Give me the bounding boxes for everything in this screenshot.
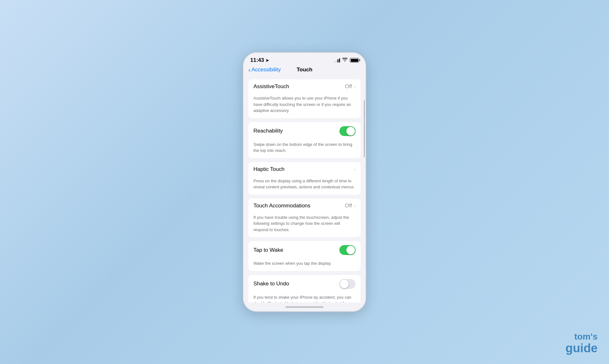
haptic-touch-card: Haptic Touch › Press on the display usin… <box>248 162 361 195</box>
tap-to-wake-card: Tap to Wake Wake the screen when you tap… <box>248 241 361 271</box>
nav-title: Touch <box>297 67 312 73</box>
assistivetouch-card: AssistiveTouch Off › AssistiveTouch allo… <box>248 79 361 118</box>
shake-to-undo-toggle[interactable] <box>339 279 356 289</box>
status-bar: 11:43 ➤ <box>243 53 366 65</box>
shake-to-undo-desc: If you tend to shake your iPhone by acci… <box>248 293 361 303</box>
haptic-touch-right: › <box>354 166 356 172</box>
assistivetouch-row[interactable]: AssistiveTouch Off › <box>248 79 361 94</box>
assistivetouch-right: Off › <box>345 83 356 90</box>
back-label: Accessibility <box>252 67 281 73</box>
signal-icon <box>334 58 340 62</box>
assistivetouch-value: Off <box>345 83 352 90</box>
scrollbar-track <box>364 91 365 302</box>
touch-accommodations-row[interactable]: Touch Accommodations Off › <box>248 198 361 213</box>
time-label: 11:43 <box>250 57 264 63</box>
touch-accommodations-value: Off <box>345 203 352 209</box>
watermark-line1: tom's <box>566 332 598 342</box>
scrollbar-thumb <box>364 100 365 157</box>
haptic-touch-row[interactable]: Haptic Touch › <box>248 162 361 177</box>
reachability-label: Reachability <box>253 128 283 134</box>
chevron-right-icon: › <box>354 203 356 209</box>
chevron-left-icon: ‹ <box>248 67 251 73</box>
battery-icon <box>350 58 359 62</box>
touch-accommodations-card: Touch Accommodations Off › If you have t… <box>248 198 361 237</box>
location-icon: ➤ <box>265 58 269 63</box>
toggle-thumb <box>346 246 355 254</box>
settings-content[interactable]: AssistiveTouch Off › AssistiveTouch allo… <box>243 75 366 302</box>
shake-to-undo-card: Shake to Undo If you tend to shake your … <box>248 275 361 303</box>
status-time: 11:43 ➤ <box>250 57 269 63</box>
toggle-thumb <box>346 127 355 135</box>
haptic-touch-desc: Press on the display using a different l… <box>248 177 361 195</box>
chevron-right-icon: › <box>354 166 356 172</box>
toms-guide-watermark: tom's guide <box>566 332 598 355</box>
tap-to-wake-desc: Wake the screen when you tap the display… <box>248 259 361 271</box>
tap-to-wake-label: Tap to Wake <box>253 247 283 253</box>
phone-frame: 11:43 ➤ ‹ <box>243 52 366 312</box>
shake-to-undo-label: Shake to Undo <box>253 281 289 287</box>
toggle-thumb <box>340 280 349 288</box>
status-icons <box>334 58 359 63</box>
home-indicator <box>243 302 366 311</box>
reachability-toggle[interactable] <box>339 126 356 136</box>
tap-to-wake-row[interactable]: Tap to Wake <box>248 241 361 259</box>
touch-accommodations-desc: If you have trouble using the touchscree… <box>248 213 361 237</box>
watermark-line2: guide <box>566 342 598 355</box>
touch-accommodations-label: Touch Accommodations <box>253 203 311 209</box>
chevron-right-icon: › <box>354 84 356 89</box>
assistivetouch-label: AssistiveTouch <box>253 83 289 90</box>
assistivetouch-desc: AssistiveTouch allows you to use your iP… <box>248 94 361 118</box>
reachability-desc: Swipe down on the bottom edge of the scr… <box>248 140 361 158</box>
shake-to-undo-row[interactable]: Shake to Undo <box>248 275 361 293</box>
home-bar <box>285 306 324 308</box>
reachability-card: Reachability Swipe down on the bottom ed… <box>248 122 361 158</box>
nav-bar: ‹ Accessibility Touch <box>243 65 366 75</box>
back-button[interactable]: ‹ Accessibility <box>248 67 281 73</box>
reachability-row[interactable]: Reachability <box>248 122 361 140</box>
haptic-touch-label: Haptic Touch <box>253 166 285 172</box>
tap-to-wake-toggle[interactable] <box>339 245 356 255</box>
touch-accommodations-right: Off › <box>345 203 356 209</box>
wifi-icon <box>342 58 348 63</box>
